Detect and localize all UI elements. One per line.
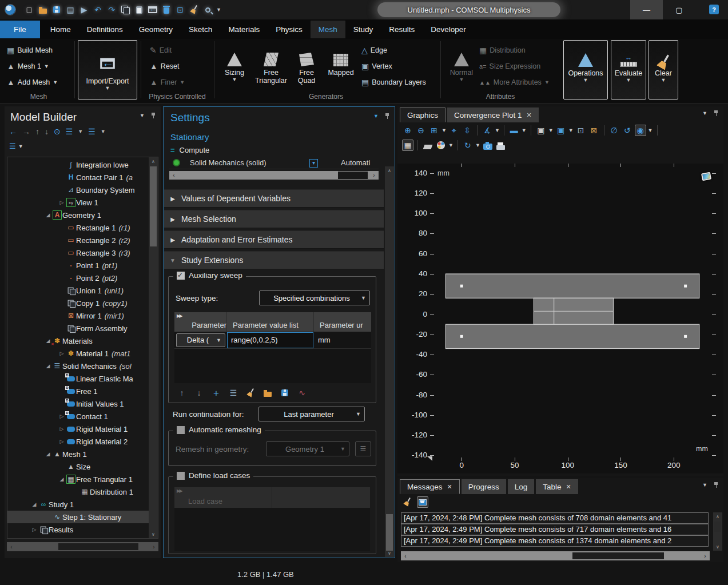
caret[interactable]: ▼ xyxy=(101,129,106,134)
qat-overflow-caret[interactable]: ▼ xyxy=(216,7,221,13)
caret[interactable]: ▼ xyxy=(495,128,500,133)
ribbon-button-mapped[interactable]: Mapped xyxy=(325,40,357,100)
find-icon[interactable] xyxy=(202,5,213,15)
ribbon-button-reset[interactable]: ▲Reset xyxy=(150,59,180,73)
compute-button[interactable]: = Compute xyxy=(170,146,209,154)
add-icon[interactable]: + xyxy=(211,388,221,398)
tree-item-linear-elastic-ma[interactable]: DLinear Elastic Ma xyxy=(7,372,158,385)
tree-item-copy-1[interactable]: Copy 1(copy1) xyxy=(7,297,158,309)
forward-icon[interactable]: → xyxy=(22,127,30,136)
deselect-icon[interactable]: ⊠ xyxy=(588,125,600,136)
color-icon[interactable]: ▬ xyxy=(508,125,520,136)
comsol-logo-icon[interactable] xyxy=(5,4,16,15)
view-orientation-icon[interactable] xyxy=(701,172,711,181)
range-icon[interactable]: ∿ xyxy=(297,388,307,398)
parameter-name-dropdown[interactable]: Delta (▼ xyxy=(176,333,225,347)
ribbon-button-clear[interactable]: Clear▼ xyxy=(649,40,678,100)
tree-item-free-triangular-1[interactable]: ◢▦Free Triangular 1 xyxy=(7,473,158,485)
pin-icon[interactable] xyxy=(150,112,156,119)
show-icon[interactable]: ⊙ xyxy=(54,127,61,136)
messages-tab-table[interactable]: Table✕ xyxy=(536,479,578,494)
panel-menu-caret[interactable]: ▼ xyxy=(702,482,707,488)
open-file-icon[interactable] xyxy=(38,5,48,15)
ribbon-button-free-triangular[interactable]: Free Triangular xyxy=(253,40,289,100)
tab-mesh[interactable]: Mesh xyxy=(311,21,345,38)
bottom-plate[interactable] xyxy=(445,324,699,348)
remesh-settings-button[interactable]: ☰ xyxy=(355,441,371,456)
automatic-remeshing-checkbox[interactable] xyxy=(177,426,185,434)
clear-selection-icon[interactable] xyxy=(189,5,199,15)
snapshot-icon[interactable] xyxy=(482,140,494,151)
pan-icon[interactable]: ⇳ xyxy=(462,125,473,136)
import-window-icon[interactable] xyxy=(148,5,158,15)
tab-results[interactable]: Results xyxy=(381,21,423,38)
ribbon-button-distribution[interactable]: ▦Distribution xyxy=(479,43,526,57)
tree-item-distribution-1[interactable]: ▦Distribution 1 xyxy=(7,485,158,498)
panel-menu-caret[interactable]: ▼ xyxy=(702,110,707,116)
grid-icon[interactable]: ▦ xyxy=(402,140,413,151)
tab-developer[interactable]: Developer xyxy=(423,21,474,38)
maximize-button[interactable]: ▢ xyxy=(663,0,695,19)
tree-item-union-1[interactable]: Union 1(uni1) xyxy=(7,284,158,297)
ribbon-button-normal[interactable]: Normal▼ xyxy=(446,40,477,100)
clear-table-icon[interactable] xyxy=(245,388,256,398)
pin-icon[interactable] xyxy=(384,113,390,120)
collapse-all-icon[interactable]: ☰ xyxy=(88,127,96,136)
minimize-button[interactable]: — xyxy=(630,0,663,19)
show-hidden-icon[interactable]: ◉ xyxy=(635,125,646,136)
pin-icon[interactable] xyxy=(713,481,719,488)
email-report-icon[interactable] xyxy=(417,496,428,508)
tree-item-rigid-material-1[interactable]: ▷Rigid Material 1 xyxy=(7,423,158,435)
ribbon-button-boundary-layers[interactable]: ▤Boundary Layers xyxy=(361,75,426,89)
section-values-of-dependent-variables[interactable]: ▶Values of Dependent Variables xyxy=(164,189,384,208)
ribbon-button-add-mesh[interactable]: ▲Add Mesh▼ xyxy=(7,75,58,89)
tree-item-study-1[interactable]: ◢∞Study 1 xyxy=(7,498,158,511)
graphics-tab-convergence-plot-1[interactable]: Convergence Plot 1✕ xyxy=(447,108,539,122)
geometry-point[interactable] xyxy=(460,335,463,338)
hide-selected-icon[interactable]: ∅ xyxy=(608,125,620,136)
run-icon[interactable]: ▶ xyxy=(79,5,89,15)
delete-icon[interactable]: ☰ xyxy=(228,388,238,398)
tree-item-size[interactable]: ▲Size xyxy=(7,460,158,473)
print-icon[interactable] xyxy=(495,140,507,151)
copy-icon[interactable] xyxy=(120,5,130,15)
tree-h-scrollbar[interactable]: ‹› xyxy=(7,542,158,551)
top-plate[interactable] xyxy=(445,274,699,298)
message-line[interactable]: [Apr 17, 2024, 2:49 PM] Complete mesh co… xyxy=(401,524,709,535)
tree-item-form-assembly[interactable]: Form Assembly xyxy=(7,322,158,335)
tree-item-initial-values-1[interactable]: DInitial Values 1 xyxy=(7,397,158,410)
geometry-point[interactable] xyxy=(460,285,463,288)
select-icon[interactable]: ⊡ xyxy=(175,5,185,15)
discretization-checkbox[interactable]: ▾ xyxy=(309,159,318,168)
section-study-extensions[interactable]: ▼Study Extensions xyxy=(164,251,384,269)
remesh-geometry-dropdown[interactable]: Geometry 1▼ xyxy=(266,441,349,456)
caret[interactable]: ▼ xyxy=(548,128,554,133)
pin-icon[interactable] xyxy=(713,110,719,117)
zoom-extents-icon[interactable]: ⌖ xyxy=(448,125,460,136)
tab-physics[interactable]: Physics xyxy=(268,21,311,38)
save-icon[interactable] xyxy=(51,5,62,15)
zoom-in-icon[interactable]: ⊕ xyxy=(402,125,413,136)
tree-item-step-1-stationary[interactable]: ∿Step 1: Stationary xyxy=(7,511,158,523)
tree-item-rectangle-2[interactable]: ▭Rectangle 2(r2) xyxy=(7,234,158,246)
tree-item-material-1[interactable]: ▷✽Material 1(mat1 xyxy=(7,347,158,360)
tree-item-contact-1[interactable]: ▷DContact 1 xyxy=(7,410,158,423)
close-tab-icon[interactable]: ✕ xyxy=(447,483,452,491)
tree-item-rectangle-1[interactable]: ▭Rectangle 1(r1) xyxy=(7,221,158,234)
tree-item-solid-mechanics[interactable]: ◢☰Solid Mechanics(sol xyxy=(7,360,158,372)
select-box-icon[interactable]: ⊡ xyxy=(575,125,587,136)
close-tab-icon[interactable]: ✕ xyxy=(527,112,532,119)
tree-item-rectangle-3[interactable]: ▭Rectangle 3(r3) xyxy=(7,246,158,259)
ribbon-button-operations[interactable]: Operations▼ xyxy=(563,40,608,100)
physics-table-h-scrollbar[interactable]: ‹ › xyxy=(169,171,379,180)
move-up-icon[interactable]: ↑ xyxy=(177,388,187,398)
update-plot-icon[interactable]: ↻ xyxy=(462,140,474,151)
ribbon-button-more-attributes[interactable]: ▲▲More Attributes▼ xyxy=(479,75,550,89)
tab-home[interactable]: Home xyxy=(42,21,79,38)
caret[interactable]: ▼ xyxy=(441,128,447,133)
tree-item-results[interactable]: ▷Results xyxy=(7,523,158,536)
expand-all-icon[interactable]: ☰ xyxy=(66,127,73,136)
plot-area[interactable]: 140120100806040200-20-40-60-80-100-120-1… xyxy=(397,164,723,473)
tree-item-contact-pair-1[interactable]: HContact Pair 1(a xyxy=(7,171,158,184)
caret[interactable]: ▼ xyxy=(475,142,480,148)
